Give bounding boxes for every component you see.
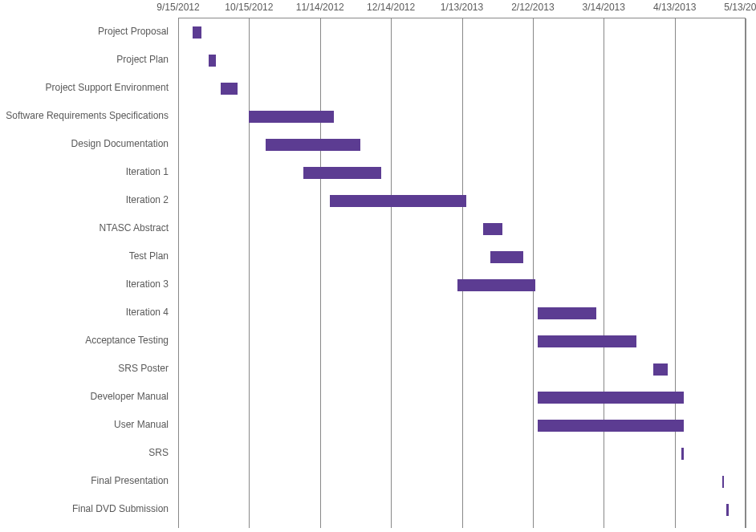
task-bar [726, 504, 729, 516]
x-tick-label: 10/15/2012 [225, 2, 273, 13]
x-tick-label: 2/12/2013 [511, 2, 554, 13]
task-label: Iteration 4 [126, 307, 169, 318]
gridline [604, 18, 604, 528]
task-bar [538, 420, 685, 432]
task-label: Project Plan [116, 54, 169, 65]
x-tick-label: 4/13/2013 [653, 2, 696, 13]
x-tick-label: 11/14/2012 [296, 2, 344, 13]
gridline [675, 18, 676, 528]
gridline [533, 18, 534, 528]
task-label: Developer Manual [91, 391, 169, 402]
task-label: Design Documentation [71, 138, 169, 149]
task-label: Project Support Environment [46, 82, 169, 93]
task-label: Iteration 2 [126, 194, 169, 205]
task-label: Software Requirements Specifications [6, 110, 169, 121]
task-label: Acceptance Testing [85, 335, 169, 346]
task-bar [457, 279, 535, 291]
x-tick-label: 5/13/2013 [724, 2, 756, 13]
gantt-chart: 9/15/201210/15/201211/14/201212/14/20121… [0, 0, 756, 532]
gridline [462, 18, 463, 528]
task-label: Iteration 3 [126, 278, 169, 290]
task-bar [538, 392, 685, 404]
task-label: SRS Poster [118, 363, 169, 374]
task-label: Iteration 1 [126, 166, 169, 177]
task-bar [653, 363, 668, 376]
gridline [391, 18, 392, 528]
plot-area [178, 18, 746, 528]
task-bar [303, 167, 381, 179]
task-bar [249, 111, 334, 123]
task-bar [221, 83, 238, 95]
task-bar [490, 251, 523, 263]
task-label: User Manual [114, 419, 169, 430]
task-bar [483, 223, 502, 235]
gridline [746, 18, 746, 528]
task-label: Final DVD Submission [72, 503, 169, 514]
task-bar [722, 476, 725, 488]
task-bar [538, 307, 597, 319]
x-tick-label: 1/13/2013 [441, 2, 483, 13]
x-tick-label: 12/14/2012 [367, 2, 415, 13]
gridline [320, 18, 321, 528]
task-label: Test Plan [129, 250, 169, 262]
gridline [178, 18, 179, 528]
x-tick-label: 9/15/2012 [156, 2, 199, 13]
x-axis: 9/15/201210/15/201211/14/201212/14/20121… [0, 0, 756, 19]
task-bar [538, 335, 637, 347]
gridline [249, 18, 250, 528]
x-tick-label: 3/14/2013 [583, 2, 625, 13]
task-label: Project Proposal [98, 26, 169, 37]
task-bar [193, 26, 202, 39]
task-bar [266, 139, 360, 151]
task-label: NTASC Abstract [100, 222, 169, 234]
task-bar [209, 55, 216, 67]
task-label: Final Presentation [91, 475, 169, 486]
task-bar [330, 195, 467, 207]
task-bar [681, 448, 684, 460]
task-label: SRS [148, 447, 169, 458]
